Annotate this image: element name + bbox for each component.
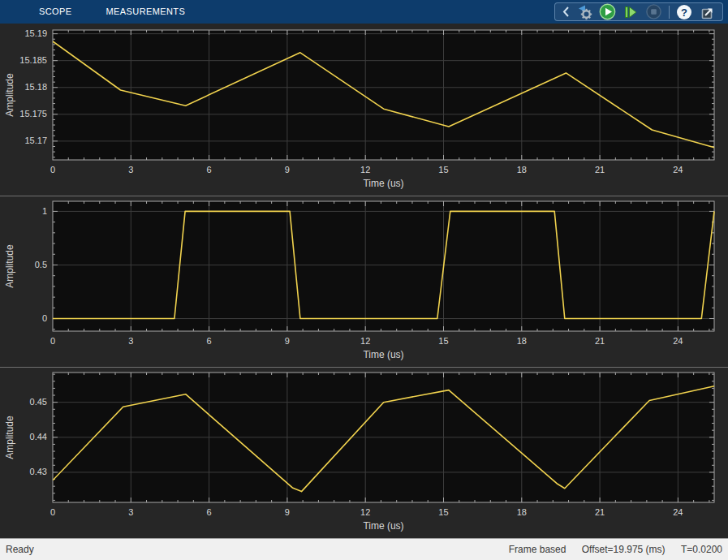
x-tick-label: 9 [285,336,290,346]
x-tick-label: 15 [438,336,448,346]
scope-plot-canvas[interactable]: 0369121518212415.1915.18515.1815.17515.1… [0,25,728,196]
x-tick-label: 3 [128,336,133,346]
y-axis-label: Amplitude [4,416,15,459]
y-tick-label: 0.44 [30,432,47,442]
y-tick-label: 15.19 [24,28,47,38]
tab-scope[interactable]: SCOPE [28,0,84,24]
x-tick-label: 12 [360,336,370,346]
simulate-toolbar: ? [554,2,723,21]
scope-display-3[interactable]: 036912151821240.450.440.43Time (us)Ampli… [0,367,728,538]
y-tick-label: 0 [42,313,47,323]
svg-text:?: ? [681,6,687,18]
y-axis-label: Amplitude [4,73,15,117]
x-tick-label: 18 [517,336,527,346]
x-tick-label: 6 [207,165,212,174]
x-tick-label: 6 [207,336,212,346]
status-bar: Ready Frame based Offset=19.975 (ms) T=0… [0,538,728,560]
x-tick-label: 21 [595,336,605,346]
scope-window: SCOPE MEASUREMENTS [0,0,728,560]
x-tick-label: 15 [438,507,448,517]
step-forward-button[interactable] [622,4,639,20]
x-tick-label: 24 [673,165,683,174]
y-tick-label: 15.175 [19,109,47,118]
status-right-group: Frame based Offset=19.975 (ms) T=0.0200 [496,544,722,555]
scope-plot-canvas[interactable]: 036912151821240.450.440.43Time (us)Ampli… [0,368,728,538]
y-tick-label: 0.5 [35,260,47,269]
toolstrip-tabbar: SCOPE MEASUREMENTS [0,0,728,24]
x-tick-label: 3 [128,165,133,174]
highlight-simulink-block-icon[interactable] [576,4,592,20]
x-axis-label: Time (us) [363,178,403,189]
y-tick-label: 1 [42,206,47,216]
x-tick-label: 24 [673,336,683,346]
help-button[interactable]: ? [676,4,692,20]
x-tick-label: 12 [360,165,370,174]
x-tick-label: 0 [50,507,55,517]
status-offset: Offset=19.975 (ms) [582,544,666,555]
tab-measurements[interactable]: MEASUREMENTS [95,0,197,24]
y-axis-label: Amplitude [4,244,15,288]
status-frame-type: Frame based [509,544,566,555]
x-axis-label: Time (us) [363,349,403,360]
undock-icon[interactable] [699,4,715,20]
x-tick-label: 3 [128,507,133,517]
x-tick-label: 15 [438,165,448,174]
y-tick-label: 15.185 [19,55,47,65]
x-axis-label: Time (us) [363,520,403,532]
x-tick-label: 9 [285,507,290,517]
x-tick-label: 0 [50,336,55,346]
x-tick-label: 9 [285,165,290,174]
x-tick-label: 12 [360,507,370,517]
x-tick-label: 6 [207,507,212,517]
stop-button[interactable] [645,3,662,20]
collapse-toolstrip-chevron-icon[interactable] [562,6,570,18]
y-tick-label: 15.18 [24,82,47,92]
x-tick-label: 0 [50,165,55,174]
y-tick-label: 0.43 [30,467,47,476]
x-tick-label: 18 [517,165,527,174]
status-sample-time: T=0.0200 [681,544,722,555]
scope-plot-canvas[interactable]: 0369121518212410.50Time (us)Amplitude [0,196,728,367]
y-tick-label: 0.45 [30,397,47,407]
scope-display-1[interactable]: 0369121518212415.1915.18515.1815.17515.1… [0,24,728,196]
x-tick-label: 24 [673,507,683,517]
y-tick-label: 15.17 [24,136,47,145]
scope-display-2[interactable]: 0369121518212410.50Time (us)Amplitude [0,196,728,367]
x-tick-label: 18 [517,507,527,517]
x-tick-label: 21 [595,165,605,174]
x-tick-label: 21 [595,507,605,517]
run-button[interactable] [599,3,616,20]
status-ready-text: Ready [6,544,34,555]
toolbar-separator [669,6,670,19]
